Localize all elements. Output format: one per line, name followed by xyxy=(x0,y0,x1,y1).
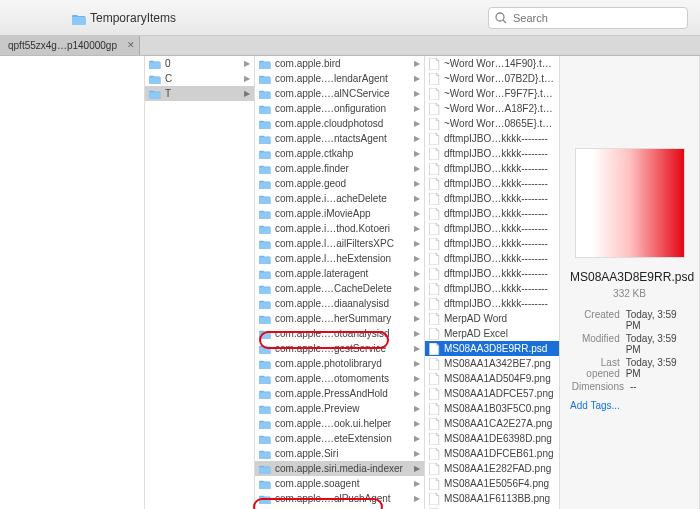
list-item[interactable]: ~Word Wor…F9F7F}.tmp xyxy=(425,86,559,101)
meta-row: Dimensions-- xyxy=(570,381,689,392)
list-item[interactable]: dftmpIJBO…kkkk-------- xyxy=(425,221,559,236)
column-2[interactable]: 0▶C▶T▶ xyxy=(145,56,255,509)
column-1[interactable] xyxy=(0,56,145,509)
list-item[interactable]: com.apple.…ntactsAgent▶ xyxy=(255,131,424,146)
list-item[interactable]: com.apple.geod▶ xyxy=(255,176,424,191)
chevron-right-icon: ▶ xyxy=(244,89,250,98)
chevron-right-icon: ▶ xyxy=(414,404,420,413)
list-item[interactable]: com.apple.l…heExtension▶ xyxy=(255,251,424,266)
item-label: MerpAD Word xyxy=(444,313,555,324)
file-icon xyxy=(429,163,440,175)
column-4[interactable]: ~Word Wor…14F90}.tmp~Word Wor…07B2D}.tmp… xyxy=(425,56,560,509)
list-item[interactable]: com.apple.…onfiguration▶ xyxy=(255,101,424,116)
search-field[interactable] xyxy=(488,7,688,29)
list-item[interactable]: dftmpIJBO…kkkk-------- xyxy=(425,296,559,311)
file-icon xyxy=(429,418,440,430)
list-item[interactable]: T▶ xyxy=(145,86,254,101)
item-label: com.apple.l…ailFiltersXPC xyxy=(275,238,410,249)
list-item[interactable]: MS08AA1DE6398D.png xyxy=(425,431,559,446)
list-item[interactable]: MS08AA1E5056F4.png xyxy=(425,476,559,491)
list-item[interactable]: com.apple.Preview▶ xyxy=(255,401,424,416)
list-item[interactable]: com.apple.…alNCService▶ xyxy=(255,86,424,101)
file-icon xyxy=(429,313,440,325)
list-item[interactable]: MS08AA1DFCEB61.png xyxy=(425,446,559,461)
list-item[interactable]: com.apple.photolibraryd▶ xyxy=(255,356,424,371)
list-item[interactable]: dftmpIJBO…kkkk-------- xyxy=(425,176,559,191)
list-item[interactable]: com.apple.…otoanalysisd▶ xyxy=(255,326,424,341)
list-item[interactable]: com.apple.i…acheDelete▶ xyxy=(255,191,424,206)
tab[interactable]: qpft55zx4g…p140000gp ✕ xyxy=(0,36,140,55)
list-item[interactable]: com.apple.…CacheDelete▶ xyxy=(255,281,424,296)
list-item[interactable]: com.apple.iMovieApp▶ xyxy=(255,206,424,221)
folder-icon xyxy=(149,74,161,84)
list-item[interactable]: com.apple.siri.media-indexer▶ xyxy=(255,461,424,476)
list-item[interactable]: com.apple.soagent▶ xyxy=(255,476,424,491)
list-item[interactable]: com.apple.PressAndHold▶ xyxy=(255,386,424,401)
tab-bar: qpft55zx4g…p140000gp ✕ xyxy=(0,36,700,56)
add-tags-link[interactable]: Add Tags... xyxy=(570,400,689,411)
list-item[interactable]: MS08AA1ADFCE57.png xyxy=(425,386,559,401)
list-item[interactable]: dftmpIJBO…kkkk-------- xyxy=(425,281,559,296)
list-item[interactable]: com.apple.…ook.ui.helper▶ xyxy=(255,416,424,431)
window-title: TemporaryItems xyxy=(72,11,176,25)
file-icon xyxy=(429,118,440,130)
folder-icon xyxy=(72,13,84,23)
file-icon xyxy=(429,208,440,220)
item-label: MS08AA1B03F5C0.png xyxy=(444,403,555,414)
column-3[interactable]: com.apple.bird▶com.apple.…lendarAgent▶co… xyxy=(255,56,425,509)
list-item[interactable]: dftmpIJBO…kkkk-------- xyxy=(425,251,559,266)
list-item[interactable]: com.apple.finder▶ xyxy=(255,161,424,176)
list-item[interactable]: dftmpIJBO…kkkk-------- xyxy=(425,206,559,221)
list-item[interactable]: com.apple.…herSummary▶ xyxy=(255,311,424,326)
search-input[interactable] xyxy=(488,7,688,29)
list-item[interactable]: dftmpIJBO…kkkk-------- xyxy=(425,191,559,206)
chevron-right-icon: ▶ xyxy=(414,164,420,173)
list-item[interactable]: C▶ xyxy=(145,71,254,86)
list-item[interactable]: com.apple.…alPushAgent▶ xyxy=(255,491,424,506)
list-item[interactable]: ~Word Wor…07B2D}.tmp xyxy=(425,71,559,86)
list-item[interactable]: dftmpIJBO…kkkk-------- xyxy=(425,131,559,146)
list-item[interactable]: MS08AA3D8E9RR.psd xyxy=(425,341,559,356)
list-item[interactable]: MS08AA1F6113BB.png xyxy=(425,491,559,506)
list-item[interactable]: com.apple.bird▶ xyxy=(255,56,424,71)
folder-icon xyxy=(259,119,271,129)
list-item[interactable]: com.apple.…gestService▶ xyxy=(255,341,424,356)
item-label: com.apple.soagent xyxy=(275,478,410,489)
chevron-right-icon: ▶ xyxy=(414,359,420,368)
list-item[interactable]: ~Word Wor…14F90}.tmp xyxy=(425,56,559,71)
folder-icon xyxy=(259,299,271,309)
list-item[interactable]: ~Word Wor…0865E}.tmp xyxy=(425,116,559,131)
list-item[interactable]: MS08AA1CA2E27A.png xyxy=(425,416,559,431)
list-item[interactable]: com.apple.…diaanalysisd▶ xyxy=(255,296,424,311)
list-item[interactable]: MerpAD Word xyxy=(425,311,559,326)
list-item[interactable]: 0▶ xyxy=(145,56,254,71)
meta-value: Today, 3:59 PM xyxy=(626,333,689,355)
list-item[interactable]: dftmpIJBO…kkkk-------- xyxy=(425,266,559,281)
list-item[interactable]: dftmpIJBO…kkkk-------- xyxy=(425,161,559,176)
list-item[interactable]: com.apple.l…ailFiltersXPC▶ xyxy=(255,236,424,251)
list-item[interactable]: dftmpIJBO…kkkk-------- xyxy=(425,236,559,251)
list-item[interactable]: ~Word Wor…A18F2}.tmp xyxy=(425,101,559,116)
list-item[interactable]: com.apple.…otomoments▶ xyxy=(255,371,424,386)
close-icon[interactable]: ✕ xyxy=(127,40,135,50)
list-item[interactable]: MS08AA1AD504F9.png xyxy=(425,371,559,386)
file-icon xyxy=(429,373,440,385)
list-item[interactable]: com.apple.…lendarAgent▶ xyxy=(255,71,424,86)
item-label: MS08AA1CA2E27A.png xyxy=(444,418,555,429)
list-item[interactable]: dftmpIJBO…kkkk-------- xyxy=(425,146,559,161)
item-label: dftmpIJBO…kkkk-------- xyxy=(444,238,555,249)
list-item[interactable]: MS08AA1B03F5C0.png xyxy=(425,401,559,416)
list-item[interactable]: MS08AA1A342BE7.png xyxy=(425,356,559,371)
item-label: com.apple.ctkahp xyxy=(275,148,410,159)
list-item[interactable]: com.apple.i…thod.Kotoeri▶ xyxy=(255,221,424,236)
chevron-right-icon: ▶ xyxy=(414,314,420,323)
list-item[interactable]: com.apple.cloudphotosd▶ xyxy=(255,116,424,131)
list-item[interactable]: MS08AA1E282FAD.png xyxy=(425,461,559,476)
list-item[interactable]: com.apple.Siri▶ xyxy=(255,446,424,461)
list-item[interactable]: com.apple.lateragent▶ xyxy=(255,266,424,281)
file-icon xyxy=(429,268,440,280)
list-item[interactable]: MerpAD Excel xyxy=(425,326,559,341)
list-item[interactable]: com.apple.ctkahp▶ xyxy=(255,146,424,161)
list-item[interactable]: com.apple.…eteExtension▶ xyxy=(255,431,424,446)
file-icon xyxy=(429,73,440,85)
